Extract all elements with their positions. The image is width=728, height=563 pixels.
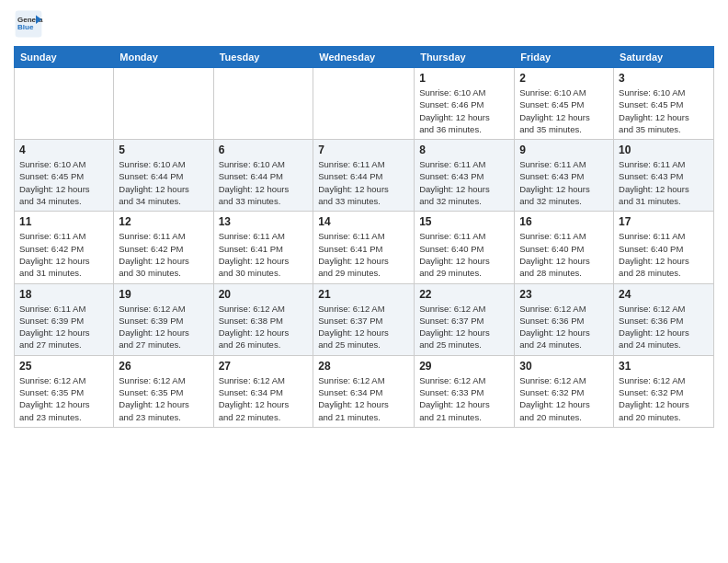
day-number: 30 xyxy=(519,360,609,373)
day-info: Sunrise: 6:11 AM Sunset: 6:40 PM Dayligh… xyxy=(419,230,509,279)
svg-text:Blue: Blue xyxy=(17,23,34,31)
cell-inner: 27Sunrise: 6:12 AM Sunset: 6:34 PM Dayli… xyxy=(219,360,309,423)
cell-inner: 3Sunrise: 6:10 AM Sunset: 6:45 PM Daylig… xyxy=(619,72,709,135)
day-number: 6 xyxy=(219,144,309,156)
cell-inner: 19Sunrise: 6:12 AM Sunset: 6:39 PM Dayli… xyxy=(119,288,208,351)
cell-inner: 18Sunrise: 6:11 AM Sunset: 6:39 PM Dayli… xyxy=(19,288,108,351)
day-info: Sunrise: 6:12 AM Sunset: 6:36 PM Dayligh… xyxy=(519,303,609,351)
cell-inner: 2Sunrise: 6:10 AM Sunset: 6:45 PM Daylig… xyxy=(519,72,609,135)
calendar-table: SundayMondayTuesdayWednesdayThursdayFrid… xyxy=(14,46,714,428)
day-number: 18 xyxy=(19,288,108,301)
day-number: 31 xyxy=(619,360,709,373)
calendar-cell: 15Sunrise: 6:11 AM Sunset: 6:40 PM Dayli… xyxy=(415,212,515,283)
calendar-cell xyxy=(15,68,114,140)
cell-inner: 25Sunrise: 6:12 AM Sunset: 6:35 PM Dayli… xyxy=(19,360,108,423)
logo-icon: General Blue xyxy=(14,9,43,39)
day-info: Sunrise: 6:12 AM Sunset: 6:35 PM Dayligh… xyxy=(19,374,108,423)
day-number: 25 xyxy=(19,360,108,373)
day-info: Sunrise: 6:11 AM Sunset: 6:43 PM Dayligh… xyxy=(519,158,609,207)
day-info: Sunrise: 6:12 AM Sunset: 6:38 PM Dayligh… xyxy=(219,303,309,351)
day-number: 4 xyxy=(19,144,108,156)
cell-inner: 30Sunrise: 6:12 AM Sunset: 6:32 PM Dayli… xyxy=(519,360,609,423)
day-number: 28 xyxy=(318,360,409,373)
calendar-cell: 18Sunrise: 6:11 AM Sunset: 6:39 PM Dayli… xyxy=(15,283,114,355)
calendar-cell: 1Sunrise: 6:10 AM Sunset: 6:46 PM Daylig… xyxy=(415,68,515,140)
day-number: 16 xyxy=(519,215,609,228)
day-info: Sunrise: 6:12 AM Sunset: 6:35 PM Dayligh… xyxy=(119,374,208,423)
calendar-cell: 22Sunrise: 6:12 AM Sunset: 6:37 PM Dayli… xyxy=(415,283,515,355)
day-info: Sunrise: 6:12 AM Sunset: 6:37 PM Dayligh… xyxy=(318,303,409,351)
logo: General Blue xyxy=(14,9,43,39)
calendar-cell: 21Sunrise: 6:12 AM Sunset: 6:37 PM Dayli… xyxy=(313,283,415,355)
cell-inner: 22Sunrise: 6:12 AM Sunset: 6:37 PM Dayli… xyxy=(419,288,509,351)
week-row-2: 4Sunrise: 6:10 AM Sunset: 6:45 PM Daylig… xyxy=(15,140,714,212)
cell-inner: 31Sunrise: 6:12 AM Sunset: 6:32 PM Dayli… xyxy=(619,360,709,423)
cell-inner: 1Sunrise: 6:10 AM Sunset: 6:46 PM Daylig… xyxy=(419,72,509,135)
day-info: Sunrise: 6:11 AM Sunset: 6:39 PM Dayligh… xyxy=(19,303,108,351)
day-info: Sunrise: 6:11 AM Sunset: 6:42 PM Dayligh… xyxy=(19,230,108,279)
calendar-cell: 19Sunrise: 6:12 AM Sunset: 6:39 PM Dayli… xyxy=(114,283,213,355)
calendar-cell: 2Sunrise: 6:10 AM Sunset: 6:45 PM Daylig… xyxy=(515,68,614,140)
weekday-header-sunday: Sunday xyxy=(15,47,114,68)
calendar-cell: 3Sunrise: 6:10 AM Sunset: 6:45 PM Daylig… xyxy=(614,68,714,140)
day-info: Sunrise: 6:12 AM Sunset: 6:33 PM Dayligh… xyxy=(419,374,509,423)
cell-inner: 29Sunrise: 6:12 AM Sunset: 6:33 PM Dayli… xyxy=(419,360,509,423)
header: General Blue xyxy=(14,9,714,39)
day-info: Sunrise: 6:12 AM Sunset: 6:32 PM Dayligh… xyxy=(519,374,609,423)
day-number: 21 xyxy=(318,288,409,301)
calendar-cell: 27Sunrise: 6:12 AM Sunset: 6:34 PM Dayli… xyxy=(213,355,313,427)
day-info: Sunrise: 6:11 AM Sunset: 6:42 PM Dayligh… xyxy=(119,230,208,279)
page-container: General Blue SundayMondayTuesdayWednesda… xyxy=(0,0,728,437)
calendar-cell: 17Sunrise: 6:11 AM Sunset: 6:40 PM Dayli… xyxy=(614,212,714,283)
calendar-cell: 8Sunrise: 6:11 AM Sunset: 6:43 PM Daylig… xyxy=(415,140,515,212)
cell-inner: 12Sunrise: 6:11 AM Sunset: 6:42 PM Dayli… xyxy=(119,215,208,279)
week-row-5: 25Sunrise: 6:12 AM Sunset: 6:35 PM Dayli… xyxy=(15,355,714,427)
cell-inner: 21Sunrise: 6:12 AM Sunset: 6:37 PM Dayli… xyxy=(318,288,409,351)
day-info: Sunrise: 6:11 AM Sunset: 6:40 PM Dayligh… xyxy=(619,230,709,279)
cell-inner: 26Sunrise: 6:12 AM Sunset: 6:35 PM Dayli… xyxy=(119,360,208,423)
day-number: 11 xyxy=(19,215,108,228)
day-info: Sunrise: 6:11 AM Sunset: 6:43 PM Dayligh… xyxy=(619,158,709,207)
calendar-cell: 6Sunrise: 6:10 AM Sunset: 6:44 PM Daylig… xyxy=(213,140,313,212)
day-number: 15 xyxy=(419,215,509,228)
day-info: Sunrise: 6:12 AM Sunset: 6:34 PM Dayligh… xyxy=(219,374,309,423)
day-number: 19 xyxy=(119,288,208,301)
cell-inner: 17Sunrise: 6:11 AM Sunset: 6:40 PM Dayli… xyxy=(619,215,709,279)
day-info: Sunrise: 6:10 AM Sunset: 6:45 PM Dayligh… xyxy=(19,158,108,207)
cell-inner: 23Sunrise: 6:12 AM Sunset: 6:36 PM Dayli… xyxy=(519,288,609,351)
cell-inner: 11Sunrise: 6:11 AM Sunset: 6:42 PM Dayli… xyxy=(19,215,108,279)
cell-inner: 13Sunrise: 6:11 AM Sunset: 6:41 PM Dayli… xyxy=(219,215,309,279)
calendar-cell: 24Sunrise: 6:12 AM Sunset: 6:36 PM Dayli… xyxy=(614,283,714,355)
weekday-header-thursday: Thursday xyxy=(415,47,515,68)
day-number: 26 xyxy=(119,360,208,373)
weekday-header-saturday: Saturday xyxy=(614,47,714,68)
calendar-cell: 7Sunrise: 6:11 AM Sunset: 6:44 PM Daylig… xyxy=(313,140,415,212)
day-number: 29 xyxy=(419,360,509,373)
calendar-cell: 25Sunrise: 6:12 AM Sunset: 6:35 PM Dayli… xyxy=(15,355,114,427)
day-info: Sunrise: 6:10 AM Sunset: 6:45 PM Dayligh… xyxy=(619,86,709,135)
day-number: 14 xyxy=(318,215,409,228)
day-info: Sunrise: 6:12 AM Sunset: 6:37 PM Dayligh… xyxy=(419,303,509,351)
day-info: Sunrise: 6:11 AM Sunset: 6:44 PM Dayligh… xyxy=(318,158,409,207)
cell-inner: 15Sunrise: 6:11 AM Sunset: 6:40 PM Dayli… xyxy=(419,215,509,279)
day-number: 22 xyxy=(419,288,509,301)
calendar-cell xyxy=(313,68,415,140)
week-row-3: 11Sunrise: 6:11 AM Sunset: 6:42 PM Dayli… xyxy=(15,212,714,283)
calendar-cell xyxy=(213,68,313,140)
day-number: 13 xyxy=(219,215,309,228)
cell-inner: 20Sunrise: 6:12 AM Sunset: 6:38 PM Dayli… xyxy=(219,288,309,351)
week-row-4: 18Sunrise: 6:11 AM Sunset: 6:39 PM Dayli… xyxy=(15,283,714,355)
cell-inner: 5Sunrise: 6:10 AM Sunset: 6:44 PM Daylig… xyxy=(119,144,208,207)
calendar-cell: 30Sunrise: 6:12 AM Sunset: 6:32 PM Dayli… xyxy=(515,355,614,427)
cell-inner: 9Sunrise: 6:11 AM Sunset: 6:43 PM Daylig… xyxy=(519,144,609,207)
day-number: 9 xyxy=(519,144,609,156)
cell-inner: 24Sunrise: 6:12 AM Sunset: 6:36 PM Dayli… xyxy=(619,288,709,351)
cell-inner: 7Sunrise: 6:11 AM Sunset: 6:44 PM Daylig… xyxy=(318,144,409,207)
day-info: Sunrise: 6:10 AM Sunset: 6:45 PM Dayligh… xyxy=(519,86,609,135)
day-number: 1 xyxy=(419,72,509,85)
day-number: 20 xyxy=(219,288,309,301)
day-info: Sunrise: 6:10 AM Sunset: 6:46 PM Dayligh… xyxy=(419,86,509,135)
day-info: Sunrise: 6:11 AM Sunset: 6:41 PM Dayligh… xyxy=(219,230,309,279)
day-info: Sunrise: 6:11 AM Sunset: 6:43 PM Dayligh… xyxy=(419,158,509,207)
calendar-cell: 14Sunrise: 6:11 AM Sunset: 6:41 PM Dayli… xyxy=(313,212,415,283)
